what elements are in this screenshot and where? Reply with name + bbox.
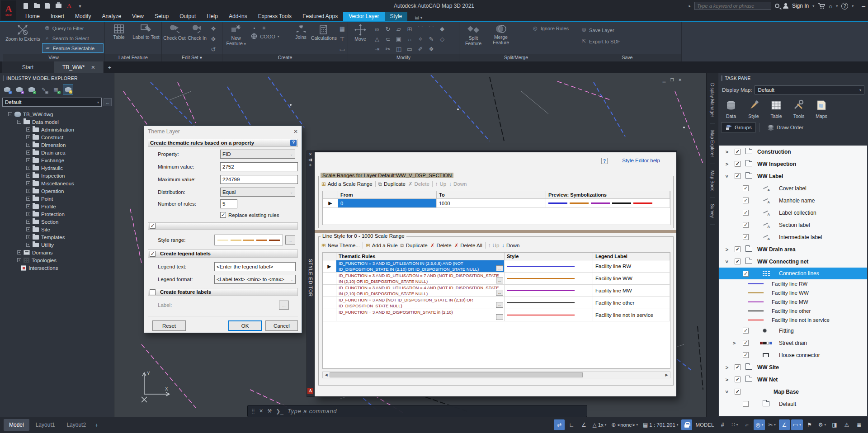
palette-close-icon[interactable]: ✕ <box>309 152 312 158</box>
dropdown-arrow-icon[interactable]: ▾ <box>736 423 738 427</box>
search-icon[interactable] <box>775 4 779 8</box>
modify-tool-icon[interactable]: ❖ <box>426 44 437 54</box>
modify-tool-icon[interactable]: ✎ <box>426 34 437 44</box>
scroll-left-icon[interactable]: ◀ <box>323 372 330 378</box>
tree-item-tb-ww-dwg[interactable]: −TB_WW.dwg <box>0 110 114 118</box>
units-icon[interactable]: ◨ <box>829 419 840 430</box>
search-input[interactable] <box>694 2 771 10</box>
palette-tab-map-book[interactable]: Map Book <box>710 164 715 198</box>
command-grip[interactable]: ⣿ <box>251 408 255 414</box>
command-line[interactable]: ⣿ ✕ ⚒ ❯_ Type a command <box>247 405 587 417</box>
rule-expression[interactable]: ID_FUNCTION = 3 AND (NOT ID_DISPOSITION_… <box>336 297 505 309</box>
layer-visibility-checkbox[interactable]: ✓ <box>743 328 749 334</box>
command-input[interactable]: Type a command <box>288 408 337 414</box>
modify-tool-icon[interactable]: ∞ <box>372 24 382 34</box>
rule-style-cell[interactable] <box>505 309 593 321</box>
ribbon-tab-view[interactable]: View <box>127 12 149 21</box>
expand-icon[interactable]: + <box>26 174 30 178</box>
expand-icon[interactable]: + <box>26 166 30 170</box>
layer-facility-line-rw[interactable]: Facility line RW <box>719 279 867 288</box>
ribbon-tab-help[interactable]: Help <box>201 12 223 21</box>
quick-properties-icon[interactable]: ⇄ <box>554 419 565 430</box>
layer-ww-drain-area[interactable]: >✓WW Drain area <box>719 243 867 255</box>
ok-button[interactable]: OK <box>228 320 262 331</box>
expand-icon[interactable]: + <box>26 189 30 193</box>
layer-label-collection[interactable]: ✓ALabel collection <box>719 207 867 219</box>
tree-item-utility[interactable]: +Utility <box>0 241 114 249</box>
task-pane-tab-maps[interactable]: Maps <box>811 99 832 119</box>
ribbon-tab-vector-layer[interactable]: Vector Layer <box>343 12 384 21</box>
tree-item-site[interactable]: +Site <box>0 226 114 233</box>
create-legend-labels-checkbox[interactable]: ✓ <box>150 251 156 257</box>
replace-existing-rules-checkbox[interactable]: ✓ <box>220 212 226 218</box>
create-tool-icon[interactable]: ▦ <box>337 24 348 33</box>
coordinate-system-button[interactable]: ⊕<none>▾ <box>609 419 640 430</box>
add-rule-button[interactable]: ⊞Add a Rule <box>366 242 398 249</box>
dialog-close-icon[interactable]: ✕ <box>293 128 298 135</box>
number-of-rules-input[interactable] <box>220 199 237 208</box>
palette-autohide-icon[interactable]: ◂▮ <box>308 158 312 163</box>
ribbon-tab-home[interactable]: Home <box>20 12 45 21</box>
layer-cover-label[interactable]: ✓ACover label <box>719 182 867 194</box>
layer-facility-line-other[interactable]: Facility line other <box>719 306 867 315</box>
modify-tool-icon[interactable]: ▱ <box>393 24 404 34</box>
ribbon-tab-insert[interactable]: Insert <box>45 12 70 21</box>
dropdown-arrow-icon[interactable]: ▾ <box>799 423 801 427</box>
save-layer-button[interactable]: ⛁Save Layer <box>579 25 617 35</box>
modify-tool-icon[interactable]: ⇥ <box>372 44 382 54</box>
layer-facility-line-mw[interactable]: Facility line MW <box>719 297 867 306</box>
task-pane-tab-tools[interactable]: Tools <box>788 99 810 119</box>
expand-icon[interactable]: + <box>26 143 30 147</box>
export-to-sdf-button[interactable]: ⇱Export to SDF <box>579 37 623 46</box>
palette-tab-survey[interactable]: Survey <box>710 198 715 225</box>
layer-visibility-checkbox[interactable]: ✓ <box>743 210 749 216</box>
annotation-monitor-icon[interactable]: ⚠ <box>841 419 852 430</box>
rule-legend-label[interactable]: Facility line RW <box>593 260 670 272</box>
palette-tab-map-explorer[interactable]: Map Explorer <box>710 124 715 164</box>
from-cell[interactable]: 0 <box>338 199 437 207</box>
rule-edit-button[interactable]: ... <box>496 290 503 296</box>
snap-mode-icon[interactable]: ∷▾ <box>729 419 740 430</box>
expand-chevron-icon[interactable]: > <box>725 161 729 167</box>
layer-default[interactable]: Default <box>719 398 867 410</box>
customization-gear-icon[interactable]: ⚙▾ <box>816 419 828 430</box>
modify-extra-icon[interactable]: ◆ <box>437 24 448 33</box>
tree-item-topologies[interactable]: +Topologies <box>0 256 114 264</box>
angle-snap-icon[interactable]: ∠ <box>779 419 790 430</box>
scroll-thumb[interactable] <box>330 372 583 377</box>
tree-item-point[interactable]: +Point <box>0 195 114 202</box>
layer-connection-lines[interactable]: ✓Connection lines <box>719 268 867 279</box>
legend-text-input[interactable] <box>214 262 296 271</box>
modify-tool-icon[interactable]: ▭ <box>404 44 415 54</box>
thematic-rule-row[interactable]: ▶ID_FUNCTION = 3 AND ID_UTILISATION IN (… <box>323 260 670 273</box>
cancel-button[interactable]: Cancel <box>265 320 298 331</box>
command-close-icon[interactable]: ✕ <box>259 408 263 414</box>
layer-visibility-checkbox[interactable]: ✓ <box>743 198 749 203</box>
expand-icon[interactable]: + <box>26 204 30 208</box>
command-customize-icon[interactable]: ⚒ <box>267 408 272 414</box>
edit-set-tool-icon[interactable]: ↺ <box>208 44 219 54</box>
layer-visibility-checkbox[interactable]: ✓ <box>735 149 741 155</box>
polar-tracking-icon[interactable]: ∠ <box>578 419 589 430</box>
panel-label-save[interactable]: Save <box>573 54 681 61</box>
sign-in-button[interactable]: Sign In <box>792 3 809 9</box>
rule-legend-label[interactable]: Facility line MW <box>593 285 670 297</box>
draw-order-button[interactable]: Draw Order <box>764 123 807 132</box>
display-map-combo[interactable]: Default▾ <box>755 85 864 94</box>
layer-facility-line-not-in-service[interactable]: Facility line not in service <box>719 315 867 325</box>
create-tool-icon[interactable]: ⊤ <box>337 34 348 44</box>
grid-check-button[interactable]: ▦✓ <box>51 85 61 94</box>
layout-tab-layout2[interactable]: Layout2 <box>61 419 91 431</box>
expand-icon[interactable]: + <box>17 250 21 254</box>
modify-tool-icon[interactable]: ⊞ <box>404 24 415 34</box>
minimize-button[interactable]: – <box>862 2 865 9</box>
layout-tab-model[interactable]: Model <box>4 419 29 431</box>
search-flyout-icon[interactable]: ▸ <box>689 4 691 8</box>
expand-icon[interactable]: + <box>26 181 30 185</box>
rule-legend-label[interactable]: Facility line WW <box>593 273 670 284</box>
dropdown-arrow-icon[interactable]: ▾ <box>824 423 826 427</box>
panel-label-edit-set[interactable]: Edit Set ▾ <box>162 54 222 61</box>
layer-house-connector[interactable]: ✓House connector <box>719 349 867 361</box>
layer-ww-inspection[interactable]: >✓WW Inspection <box>719 158 867 170</box>
object-snap-icon[interactable]: ◎▾ <box>754 419 765 430</box>
